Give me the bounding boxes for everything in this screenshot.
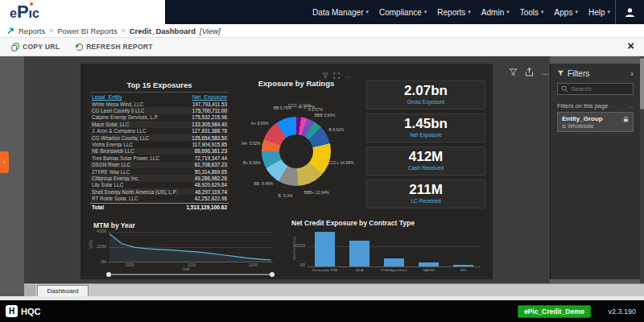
hqc-logo[interactable]: H HQC [6,305,40,317]
mtm-line-svg[interactable] [108,232,273,262]
contract-type-visual[interactable]: Net Credit Exposure by Contract Type Net… [288,219,486,279]
contract-bar[interactable] [419,262,439,266]
report-action-icons: … [509,68,550,76]
table-row[interactable]: NE Brunswick LLC88,696,361.23 [90,148,229,155]
chevron-down-icon: ▾ [575,9,578,15]
scrollbar-thumb[interactable] [640,58,644,109]
slider-handle-left[interactable] [106,272,111,277]
hqc-brand-text: HQC [21,307,40,316]
logo-letter: ı [29,6,32,20]
export-icon[interactable] [525,68,534,76]
report-toolbar: COPY URL REFRESH REPORT × [0,38,644,56]
copy-url-button[interactable]: COPY URL [11,43,60,52]
breadcrumb-view-mode: [View] [200,27,221,35]
contract-bar[interactable] [349,241,369,266]
nav-item-data-manager[interactable]: Data Manager▾ [312,8,369,17]
kpi-value: 2.07bn [367,83,485,99]
filter-card-entity-group[interactable]: Entity_Group is Wholesale [557,112,634,132]
kpi-net-exposure[interactable]: 1.45bn Net Exposure [366,114,485,142]
close-report-button[interactable]: × [627,39,634,52]
net-exposure-value: 46,297,119.74 [195,189,227,195]
logo-letter: c [32,6,39,20]
nav-item-reports[interactable]: Reports▾ [437,8,471,17]
breadcrumb-reports[interactable]: Reports [19,27,45,35]
filters-on-page-label: Filters on this page [557,102,608,109]
tab-dashboard[interactable]: Dashboard [37,285,89,297]
contract-bar-label: PGM Agreement [377,269,411,273]
table-total-row: Total 1,513,129,100.62 [90,203,229,210]
mtm-by-year-visual[interactable]: MTM by Year MTM 400M 200M 0M 2025 2030 2… [90,221,282,278]
net-exposure-value: 127,831,388.78 [192,128,227,134]
filters-pane-header[interactable]: Filters › [551,64,640,81]
kpi-gross-exposure[interactable]: 2.07bn Gross Exposure [366,80,485,109]
copy-icon [11,43,19,52]
entity-name: Lily Solar LLC [92,182,123,188]
nav-item-admin[interactable]: Admin▾ [481,8,510,17]
epic-logo[interactable]: ePıc [10,3,39,21]
table-row[interactable]: Calpine Energy Services, L.P.175,532,215… [90,114,229,121]
filters-section: Filters on this page … [557,102,634,109]
table-row[interactable]: CG Wharton County, LLC125,654,583.50 [90,134,229,141]
contract-bar[interactable] [453,265,473,266]
entity-name: Mace Solar, LLC [92,122,130,127]
table-row[interactable]: Citigroup Energy Inc.49,286,982.26 [90,175,229,181]
table-row[interactable]: Lily Solar LLC48,920,629.84 [90,182,229,188]
nav-item-label: Apps [555,8,573,17]
filter-icon [557,70,564,76]
entity-name: J. Aron & Company LLC [92,128,147,134]
feedback-tab[interactable]: › [0,151,9,173]
nav-item-compliance[interactable]: Compliance▾ [379,8,427,17]
lock-icon [623,116,629,122]
top-exposures-visual[interactable]: Top 15 Exposures Legal_Entity Net_Exposu… [90,80,229,213]
entity-name: DSGN River LLC [92,162,130,167]
user-menu[interactable] [615,0,644,24]
section-more-icon[interactable]: … [627,102,634,109]
nav-item-label: Help [588,8,605,17]
slider-handle-right[interactable] [270,272,275,277]
table-row[interactable]: 27XRE Way LLC50,314,869.65 [90,168,229,175]
kpi-lc-received[interactable]: 211M LC Received [366,180,485,208]
donut-chart[interactable] [262,117,331,186]
filter-icon[interactable] [509,68,518,76]
breadcrumb-powerbi-reports[interactable]: Power BI Reports [57,27,117,35]
collapse-pane-icon[interactable]: › [630,68,634,78]
table-row[interactable]: White Mesa Wind, LLC197,793,411.53 [90,101,229,107]
table-row[interactable]: J. Aron & Company LLC127,831,388.78 [90,128,229,134]
nav-item-apps[interactable]: Apps▾ [555,8,578,17]
refresh-report-button[interactable]: REFRESH REPORT [76,43,153,51]
total-label: Total [92,204,104,210]
table-row[interactable]: Mace Solar, LLC133,305,984.40 [90,121,229,127]
col-legal-entity[interactable]: Legal_Entity [92,94,122,100]
app-window: ePıc Data Manager▾Compliance▾Reports▾Adm… [0,0,644,322]
bars-title: Net Credit Exposure by Contract Type [288,219,486,227]
contract-bar[interactable] [384,258,404,267]
filters-pane: Filters › Filters on this page … Entity_… [550,64,640,279]
table-row[interactable]: Tres Bahias Solar Power, LLC72,719,347.4… [90,155,229,161]
ratings-donut-visual[interactable]: Exposure by Ratings CCC- 2.31%A- 2.77%A … [235,78,357,220]
table-row[interactable]: Shell Energy North America (US), L.P.46,… [90,188,229,195]
kpi-cash-received[interactable]: 412M Cash Received [366,147,485,175]
table-row[interactable]: CG Leon County II LLC175,700,711.00 [90,107,229,114]
contract-bar[interactable] [315,232,335,266]
table-row[interactable]: RT Rolde Solar, LLC42,252,822.96 [90,195,229,201]
nav-item-help[interactable]: Help▾ [588,8,610,17]
more-options-icon[interactable]: … [541,68,550,76]
col-net-exposure[interactable]: Net_Exposure [192,94,227,100]
donut-slice-label: B- 9.3% [279,193,293,198]
net-exposure-value: 61,708,637.23 [195,162,227,167]
nav-item-tools[interactable]: Tools▾ [520,8,544,17]
net-exposure-value: 175,532,215.96 [192,114,227,120]
table-row[interactable]: Vistra Energy LLC117,904,915.85 [90,141,229,147]
copy-url-label: COPY URL [23,43,60,51]
mtm-title: MTM by Year [90,221,282,229]
entity-name: Citigroup Energy Inc. [92,175,139,181]
chevron-down-icon: ▾ [506,9,510,15]
filters-search-input[interactable] [571,85,630,93]
kpi-label: LC Received [367,198,485,204]
nav-item-label: Compliance [379,8,422,17]
kpi-value: 1.45bn [367,116,485,132]
table-row[interactable]: DSGN River LLC61,708,637.23 [90,162,229,168]
entity-name: CG Leon County II LLC [92,108,144,114]
year-range-slider[interactable] [108,274,273,275]
kpi-value: 211M [367,182,485,198]
